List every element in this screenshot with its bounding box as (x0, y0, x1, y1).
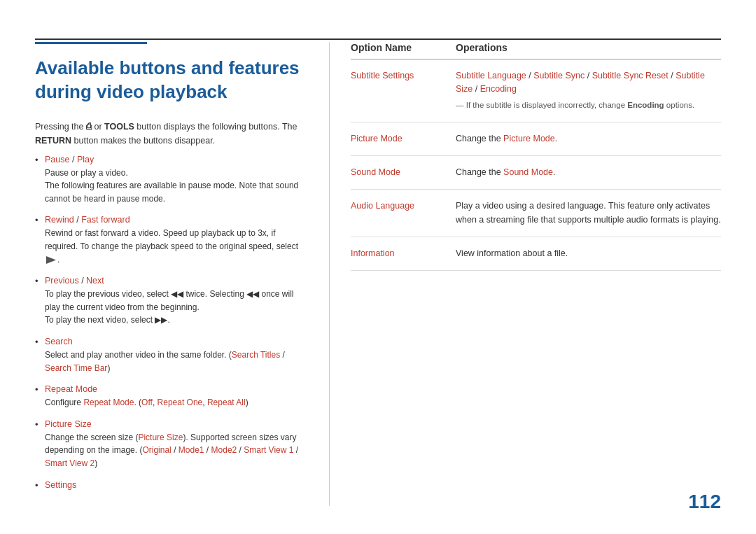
bullet-heading: Pause / Play (45, 155, 301, 164)
list-item: Pause / Play Pause or play a video. The … (35, 155, 301, 206)
header-operations: Operations (456, 42, 507, 53)
bullet-desc: Configure Repeat Mode. (Off, Repeat One,… (45, 396, 301, 409)
top-divider (35, 38, 721, 40)
list-item: Rewind / Fast forward Rewind or fast for… (35, 215, 301, 266)
table-row: Audio Language Play a video using a desi… (351, 190, 721, 237)
option-name-audio-language: Audio Language (351, 199, 456, 213)
list-item: Search Select and play another video in … (35, 337, 301, 374)
list-item: Repeat Mode Configure Repeat Mode. (Off,… (35, 384, 301, 409)
option-ops-picture-mode: Change the Picture Mode. (456, 132, 721, 146)
right-column: Option Name Operations Subtitle Settings… (329, 42, 721, 506)
option-ops-information: View information about a file. (456, 247, 721, 260)
option-ops-audio-language: Play a video using a desired language. T… (456, 199, 721, 227)
left-column: Available buttons and features during vi… (35, 42, 329, 506)
option-name-picture-mode: Picture Mode (351, 132, 456, 146)
bullet-heading: Picture Size (45, 419, 301, 429)
option-name-information: Information (351, 247, 456, 260)
bullet-heading: Settings (45, 480, 301, 490)
play-icon (46, 256, 56, 264)
list-item: Settings (35, 480, 301, 490)
table-row: Picture Mode Change the Picture Mode. (351, 122, 721, 156)
subtitle-note: If the subtitle is displayed incorrectly… (456, 99, 721, 112)
page-title: Available buttons and features during vi… (35, 57, 301, 104)
bullet-heading: Repeat Mode (45, 384, 301, 394)
list-item: Previous / Next To play the previous vid… (35, 276, 301, 327)
bullet-heading: Search (45, 337, 301, 346)
intro-paragraph: Pressing the ⎙ or TOOLS button displays … (35, 120, 301, 148)
bullet-desc: Pause or play a video. (45, 167, 301, 180)
option-name-sound-mode: Sound Mode (351, 166, 456, 179)
bullet-heading: Previous / Next (45, 276, 301, 286)
option-ops-subtitle-settings: Subtitle Language / Subtitle Sync / Subt… (456, 69, 721, 112)
bullet-desc: Rewind or fast forward a video. Speed up… (45, 227, 301, 266)
title-accent-bar (35, 42, 147, 44)
table-row: Information View information about a fil… (351, 237, 721, 271)
bullet-desc: Change the screen size (Picture Size). S… (45, 431, 301, 470)
table-row: Sound Mode Change the Sound Mode. (351, 156, 721, 190)
table-header: Option Name Operations (351, 42, 721, 59)
feature-list: Pause / Play Pause or play a video. The … (35, 155, 301, 490)
page-number: 112 (688, 491, 721, 513)
header-option-name: Option Name (351, 42, 456, 53)
option-ops-sound-mode: Change the Sound Mode. (456, 166, 721, 179)
table-row: Subtitle Settings Subtitle Language / Su… (351, 59, 721, 122)
list-item: Picture Size Change the screen size (Pic… (35, 419, 301, 470)
bullet-desc: To play the previous video, select ◀◀ tw… (45, 288, 301, 314)
bullet-desc-2: To play the next video, select ▶▶. (45, 314, 301, 327)
bullet-heading: Rewind / Fast forward (45, 215, 301, 225)
bullet-desc: Select and play another video in the sam… (45, 349, 301, 374)
option-name-subtitle-settings: Subtitle Settings (351, 69, 456, 83)
bullet-sub-desc: The following features are available in … (45, 179, 301, 205)
